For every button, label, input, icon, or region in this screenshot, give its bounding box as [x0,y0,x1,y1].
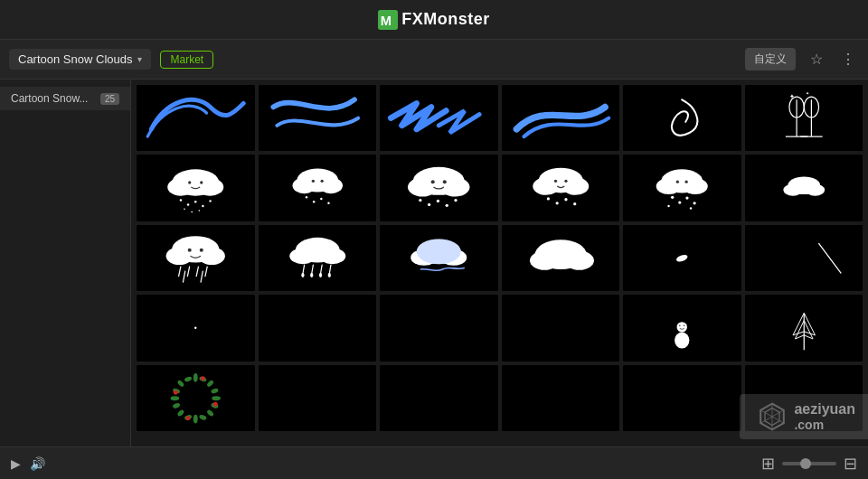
grid-item[interactable] [137,85,255,151]
grid-item[interactable] [745,225,863,291]
grid-item[interactable] [137,225,255,291]
grid-item[interactable] [502,295,620,361]
svg-point-105 [417,239,461,264]
svg-point-122 [679,325,681,327]
svg-point-59 [564,199,567,202]
logo: M FXMonster [378,10,490,30]
topbar: Cartoon Snow Clouds ▾ Market 自定义 ☆ ⋮ [0,40,868,80]
svg-point-48 [437,200,439,202]
svg-rect-116 [259,295,377,361]
svg-point-56 [564,180,567,183]
svg-point-36 [305,196,307,198]
svg-point-108 [529,250,559,269]
grid-item[interactable] [623,155,741,221]
svg-point-100 [327,273,330,277]
main-area: Cartoon Snow... 25 [0,80,868,446]
customize-button[interactable]: 自定义 [745,48,796,70]
chevron-down-icon: ▾ [137,54,142,64]
grid-item[interactable] [259,85,377,151]
grid-item[interactable] [623,225,741,291]
sidebar-item-count: 25 [100,93,119,105]
svg-point-145 [186,416,191,420]
grid-item[interactable]: ✦ ✦ [745,85,863,151]
logo-icon: M [378,10,398,30]
grid-item[interactable] [380,295,498,361]
grid-item[interactable] [502,365,620,431]
sidebar-item-cartoon-snow[interactable]: Cartoon Snow... 25 [0,87,130,110]
svg-point-49 [446,204,448,207]
grid-item[interactable] [380,225,498,291]
svg-point-39 [327,202,329,204]
svg-point-24 [194,201,196,202]
svg-point-121 [677,322,687,332]
grid-item[interactable] [380,365,498,431]
grid-item[interactable] [623,295,741,361]
svg-point-26 [209,201,211,202]
grid-large-icon[interactable]: ⊟ [844,454,857,474]
grid-item[interactable] [745,155,863,221]
grid-item[interactable] [137,365,255,431]
header: M FXMonster [0,0,868,40]
more-options-button[interactable]: ⋮ [837,49,859,70]
svg-point-34 [311,180,314,183]
grid-item[interactable] [623,85,741,151]
bottom-left: ▶ 🔊 [11,456,45,471]
grid-item[interactable] [259,155,377,221]
sidebar: Cartoon Snow... 25 [0,80,131,446]
svg-point-38 [320,198,322,200]
grid-item[interactable] [137,155,255,221]
topbar-right: 自定义 ☆ ⋮ [745,48,859,70]
grid-item[interactable] [502,225,620,291]
svg-point-47 [428,203,430,206]
svg-point-67 [671,196,674,199]
grid-area: ✦ ✦ [131,80,868,446]
svg-point-120 [675,333,689,349]
svg-point-45 [443,181,447,184]
grid-item[interactable] [745,295,863,361]
svg-point-55 [553,180,556,183]
svg-point-123 [684,325,685,327]
svg-point-146 [213,401,218,406]
svg-point-81 [188,249,192,252]
svg-point-91 [289,248,316,264]
svg-point-27 [184,209,185,211]
svg-point-129 [193,373,198,382]
svg-point-50 [454,199,457,202]
size-slider[interactable] [782,462,836,465]
svg-point-29 [191,211,193,213]
grid-item[interactable] [259,365,377,431]
grid-item[interactable] [137,295,255,361]
grid: ✦ ✦ [137,85,863,431]
collection-selector[interactable]: Cartoon Snow Clouds ▾ [9,49,151,70]
grid-small-icon[interactable]: ⊞ [761,454,775,474]
grid-item[interactable] [380,85,498,151]
svg-point-44 [431,181,435,184]
grid-item[interactable] [502,155,620,221]
svg-point-92 [318,248,344,264]
svg-point-19 [197,179,223,197]
svg-point-28 [199,211,201,212]
grid-item[interactable] [259,225,377,291]
svg-point-99 [318,273,321,277]
grid-item[interactable] [380,155,498,221]
grid-item[interactable] [502,85,620,151]
collection-name: Cartoon Snow Clouds [18,52,132,66]
market-badge[interactable]: Market [160,51,213,69]
play-button[interactable]: ▶ [11,456,21,471]
grid-item[interactable] [259,295,377,361]
svg-rect-117 [380,295,498,361]
svg-rect-118 [502,295,620,361]
svg-rect-2 [137,85,255,151]
svg-point-147 [174,390,178,394]
svg-text:✦: ✦ [788,93,794,99]
slider-thumb [800,458,811,469]
svg-point-60 [573,202,576,205]
volume-button[interactable]: 🔊 [30,456,45,471]
star-button[interactable]: ☆ [807,49,826,70]
topbar-left: Cartoon Snow Clouds ▾ Market [9,49,213,70]
bottom-right: ⊞ ⊟ [761,454,857,474]
svg-point-76 [805,184,824,196]
grid-item[interactable] [623,365,741,431]
svg-point-69 [685,197,688,200]
grid-item[interactable] [745,365,863,431]
